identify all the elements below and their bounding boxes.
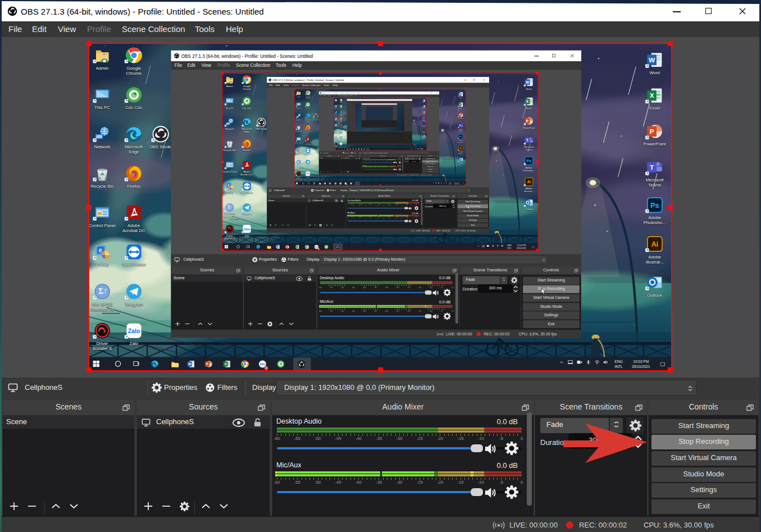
svg-text:X: X xyxy=(526,99,529,103)
svg-text:Ai: Ai xyxy=(527,180,531,184)
svg-text:Ai: Ai xyxy=(460,147,462,149)
svg-text:P: P xyxy=(286,246,287,248)
svg-text:÷: ÷ xyxy=(104,291,107,296)
svg-text:Zalo: Zalo xyxy=(127,328,140,334)
svg-text:Ps: Ps xyxy=(459,136,462,138)
svg-text:Ai: Ai xyxy=(651,240,658,248)
svg-text:T: T xyxy=(650,163,654,171)
svg-text:P: P xyxy=(206,362,208,366)
svg-text:P: P xyxy=(649,128,654,135)
svg-text:Σ: Σ xyxy=(98,287,103,295)
svg-text:W: W xyxy=(423,100,424,101)
svg-text:T: T xyxy=(526,138,528,142)
svg-text:W: W xyxy=(526,80,530,84)
svg-text:X: X xyxy=(296,246,297,248)
svg-text:W: W xyxy=(188,362,192,366)
svg-text:Ps: Ps xyxy=(650,202,659,210)
svg-text:E: E xyxy=(99,248,102,253)
svg-text:W: W xyxy=(649,56,655,63)
svg-text:Zalo: Zalo xyxy=(306,172,309,175)
svg-text:Σ: Σ xyxy=(298,161,299,163)
svg-text:X: X xyxy=(649,92,654,99)
svg-text:Zalo: Zalo xyxy=(243,228,250,231)
svg-text:Ps: Ps xyxy=(527,159,531,163)
svg-text:Zalo: Zalo xyxy=(259,363,265,366)
svg-text:Σ: Σ xyxy=(227,205,230,210)
svg-text:Zalo: Zalo xyxy=(340,143,342,144)
svg-text:X: X xyxy=(225,362,227,366)
svg-text:P: P xyxy=(526,119,529,123)
svg-text:W: W xyxy=(276,246,278,248)
svg-text:E: E xyxy=(335,131,336,131)
